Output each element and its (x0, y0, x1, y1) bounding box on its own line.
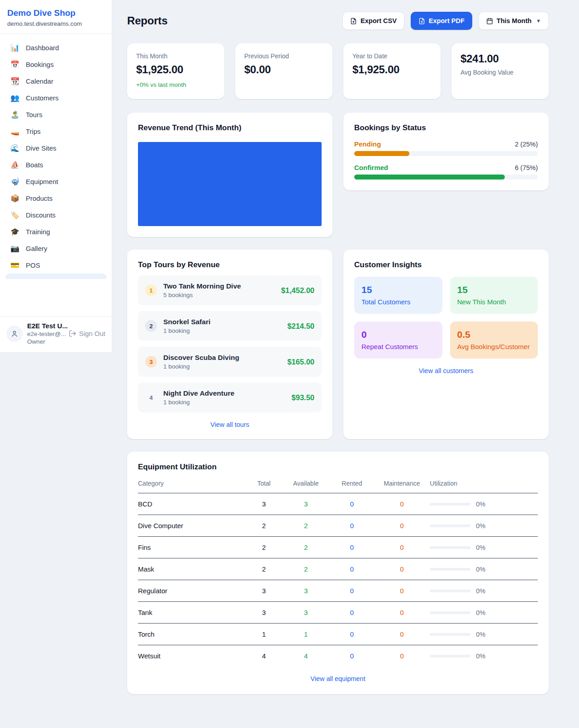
cell-category: Regulator (138, 580, 246, 602)
equipment-utilization-title: Equipment Utilization (138, 463, 538, 472)
utilization-label: 0% (476, 501, 485, 508)
cell-available: 2 (282, 558, 330, 580)
people-icon: 👥 (10, 95, 20, 102)
utilization-label: 0% (476, 544, 485, 551)
sidebar-item-discounts[interactable]: 🏷️ Discounts (5, 207, 106, 223)
sidebar-item-label: Customers (26, 94, 59, 102)
stat-card-avg-booking-value: $241.00 Avg Booking Value (451, 43, 549, 99)
rank-badge: 2 (145, 320, 157, 332)
view-all-tours-link[interactable]: View all tours (138, 421, 322, 428)
stat-delta: +0% vs last month (136, 81, 215, 88)
utilization-cell: 0% (430, 631, 538, 638)
tour-bookings: 1 booking (163, 327, 210, 334)
avatar (6, 326, 23, 342)
status-count: 6 (75%) (515, 164, 538, 171)
cell-rented: 0 (330, 602, 374, 624)
tour-name: Two Tank Morning Dive (163, 282, 241, 290)
sidebar-item-dive-sites[interactable]: 🌊 Dive Sites (5, 140, 106, 156)
period-dropdown[interactable]: This Month ▼ (479, 12, 549, 30)
table-row: Tank 3 3 0 0 0% (138, 602, 538, 624)
cell-available: 3 (282, 580, 330, 602)
cell-total: 2 (246, 558, 282, 580)
insight-tiles: 15 Total Customers 15 New This Month 0 R… (354, 277, 538, 359)
status-row-pending: Pending 2 (25%) (354, 140, 538, 156)
sign-out-button[interactable]: Sign Out (69, 330, 105, 337)
cell-total: 2 (246, 537, 282, 558)
sidebar-item-boats[interactable]: ⛵ Boats (5, 156, 106, 173)
insight-tile-total-customers: 15 Total Customers (354, 277, 442, 314)
sidebar-item-label: Tours (26, 111, 43, 118)
export-csv-button[interactable]: Export CSV (342, 12, 404, 30)
sidebar-item-label: Products (26, 194, 52, 202)
sidebar-item-dashboard[interactable]: 📊 Dashboard (5, 39, 106, 56)
revenue-trend-card: Revenue Trend (This Month) (127, 113, 332, 237)
file-icon (350, 18, 357, 24)
top-tours-title: Top Tours by Revenue (138, 260, 322, 269)
stat-card-previous-period: Previous Period $0.00 (235, 43, 332, 99)
tour-revenue: $214.50 (287, 322, 314, 331)
cell-rented: 0 (330, 624, 374, 645)
view-all-customers-link[interactable]: View all customers (354, 367, 538, 374)
tour-bookings: 5 bookings (163, 292, 241, 298)
calendar-icon: 📅 (10, 61, 20, 68)
cell-rented: 0 (330, 537, 374, 558)
tear-off-calendar-icon: 📆 (10, 78, 20, 85)
column-header: Rented (330, 480, 374, 493)
sign-out-label: Sign Out (79, 330, 105, 337)
diving-mask-icon: 🤿 (10, 178, 20, 185)
sidebar-item-reports-active-partial[interactable] (5, 274, 106, 279)
cell-category: Tank (138, 602, 246, 624)
sidebar-item-label: POS (26, 261, 40, 269)
sidebar-item-trips[interactable]: 🚤 Trips (5, 123, 106, 140)
customer-insights-card: Customer Insights 15 Total Customers 15 … (343, 250, 549, 439)
rank-badge: 1 (145, 284, 157, 296)
sidebar-item-label: Discounts (26, 211, 56, 219)
utilization-cell: 0% (430, 522, 538, 529)
utilization-label: 0% (476, 652, 485, 660)
revenue-trend-chart (138, 142, 322, 226)
stat-label: Previous Period (244, 52, 323, 60)
row-revenue-status: Revenue Trend (This Month) Bookings by S… (127, 113, 549, 237)
cell-maintenance: 0 (374, 645, 430, 667)
camera-icon: 📷 (10, 245, 20, 252)
cell-maintenance: 0 (374, 537, 430, 558)
top-tours-card: Top Tours by Revenue 1 Two Tank Morning … (127, 250, 332, 439)
bar-chart-icon: 📊 (10, 44, 20, 52)
sidebar-item-tours[interactable]: 🏝️ Tours (5, 106, 106, 123)
column-header: Available (282, 480, 330, 493)
cell-maintenance: 0 (374, 624, 430, 645)
sidebar-item-training[interactable]: 🎓 Training (5, 223, 106, 240)
status-label: Pending (354, 140, 381, 148)
tour-row[interactable]: 4 Night Dive Adventure 1 booking $93.50 (138, 383, 322, 412)
sidebar-item-gallery[interactable]: 📷 Gallery (5, 240, 106, 257)
view-all-equipment-link[interactable]: View all equipment (138, 675, 538, 682)
tour-row[interactable]: 2 Snorkel Safari 1 booking $214.50 (138, 311, 322, 341)
cell-available: 1 (282, 624, 330, 645)
cell-category: Mask (138, 558, 246, 580)
sidebar-item-pos[interactable]: 💳 POS (5, 257, 106, 274)
utilization-cell: 0% (430, 566, 538, 573)
tour-row[interactable]: 1 Two Tank Morning Dive 5 bookings $1,45… (138, 275, 322, 305)
export-pdf-button[interactable]: Export PDF (411, 12, 472, 30)
sidebar-item-label: Dashboard (26, 44, 59, 52)
stat-value: $1,925.00 (136, 63, 215, 76)
tag-icon: 🏷️ (10, 212, 20, 219)
tour-row[interactable]: 3 Discover Scuba Diving 1 booking $165.0… (138, 347, 322, 377)
sidebar-item-products[interactable]: 📦 Products (5, 190, 106, 207)
cell-category: Dive Computer (138, 515, 246, 537)
sidebar-item-label: Bookings (26, 61, 54, 68)
sidebar-item-customers[interactable]: 👥 Customers (5, 90, 106, 106)
tour-name: Night Dive Adventure (163, 389, 234, 397)
sidebar-item-calendar[interactable]: 📆 Calendar (5, 73, 106, 90)
progress-fill-confirmed (354, 175, 505, 180)
sidebar-item-bookings[interactable]: 📅 Bookings (5, 56, 106, 73)
graduation-cap-icon: 🎓 (10, 228, 20, 236)
stat-value: $1,925.00 (352, 63, 432, 76)
cell-total: 3 (246, 493, 282, 515)
user-info: E2E Test U... e2e-tester@... Owner (27, 322, 64, 345)
insight-label: Avg Bookings/Customer (457, 343, 531, 350)
utilization-cell: 0% (430, 587, 538, 595)
bookings-by-status-title: Bookings by Status (354, 123, 538, 132)
utilization-cell: 0% (430, 609, 538, 616)
sidebar-item-equipment[interactable]: 🤿 Equipment (5, 173, 106, 190)
